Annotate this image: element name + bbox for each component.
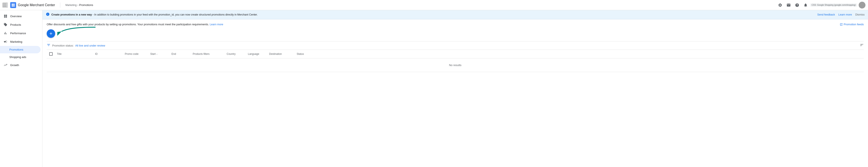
svg-rect-0 [12, 4, 13, 5]
notifications-button[interactable] [802, 1, 809, 9]
bar-chart-icon [3, 31, 8, 35]
promotion-feeds-link[interactable]: Promotion feeds [840, 23, 864, 26]
settings-icon [778, 3, 782, 7]
sidebar-item-marketing-label: Marketing [10, 40, 22, 43]
table-header-row: Title ID Promo code Start ↓ End [47, 50, 864, 58]
sidebar: Overview Products Performance [0, 10, 42, 167]
banner-body: - In addition to building promotions in … [93, 13, 258, 16]
header-language-label: Language [248, 53, 259, 55]
breadcrumb: Marketing › Promotions [65, 3, 93, 7]
header-start[interactable]: Start ↓ [149, 51, 170, 57]
sidebar-item-promotions-label: Promotions [9, 48, 23, 51]
header-country-label: Country [227, 53, 236, 55]
svg-rect-1 [13, 4, 14, 5]
info-banner: Create promotions in a new way - In addi… [42, 10, 868, 19]
header-title-label: Title [57, 53, 62, 55]
filter-label: Promotion status: All live and under rev… [52, 44, 105, 47]
mail-icon [786, 3, 791, 7]
add-promotion-button[interactable]: + [47, 29, 55, 38]
send-feedback-link[interactable]: Send feedback [817, 13, 835, 16]
trending-up-icon [3, 63, 8, 67]
header-start-label: Start [150, 53, 156, 55]
hamburger-menu-button[interactable] [3, 3, 8, 8]
header-destination-label: Destination [269, 53, 282, 55]
breadcrumb-current: Promotions [79, 3, 93, 7]
tag-icon [3, 23, 8, 27]
sidebar-item-shopping-ads[interactable]: Shopping ads [0, 53, 40, 61]
filter-icon[interactable] [47, 43, 51, 48]
header-end: End [170, 51, 191, 57]
logo-area: Google Merchant Center [10, 2, 55, 8]
sort-icon: ↓ [156, 53, 157, 55]
dismiss-button[interactable]: Dismiss [855, 13, 865, 16]
header-divider [60, 3, 60, 8]
grid-icon [3, 14, 8, 18]
filter-options-button[interactable] [860, 43, 864, 48]
header-products-filters: Products filters [191, 51, 225, 57]
css-badge: CSS: Google Shopping (google.com/shoppin… [810, 3, 857, 7]
mail-button[interactable] [785, 1, 793, 9]
banner-title: Create promotions in a new way [51, 13, 92, 16]
svg-rect-2 [12, 5, 13, 6]
settings-button[interactable] [776, 1, 784, 9]
external-link-icon [840, 23, 843, 26]
app-logo [10, 2, 16, 8]
filter-row: Promotion status: All live and under rev… [47, 41, 864, 50]
header-id-label: ID [95, 53, 98, 55]
main-layout: Overview Products Performance [0, 10, 868, 167]
offer-learn-more-link[interactable]: Learn more [210, 23, 223, 26]
banner-actions: Send feedback Learn more Dismiss [817, 13, 865, 16]
header-checkbox-cell [47, 51, 55, 57]
no-results-text: No results [449, 63, 462, 67]
header-status-label: Status [297, 53, 304, 55]
promotions-table: Title ID Promo code Start ↓ End [47, 50, 864, 72]
info-icon [46, 12, 50, 17]
app-title: Google Merchant Center [18, 3, 55, 7]
breadcrumb-parent[interactable]: Marketing [65, 4, 76, 7]
page-body: Offer discounts and free gifts with your… [42, 19, 868, 76]
header-products-filters-label: Products filters [193, 53, 210, 55]
logo-icon [11, 3, 15, 7]
user-avatar[interactable] [859, 2, 865, 8]
sidebar-item-promotions[interactable]: Promotions [0, 46, 40, 53]
sidebar-item-overview[interactable]: Overview [0, 12, 40, 20]
sidebar-item-growth[interactable]: Growth [0, 61, 40, 69]
filter-value[interactable]: All live and under review [75, 44, 105, 47]
sidebar-item-products[interactable]: Products [0, 20, 40, 29]
sidebar-item-performance-label: Performance [10, 32, 26, 35]
header-left: Google Merchant Center Marketing › Promo… [3, 2, 93, 8]
select-all-checkbox[interactable] [49, 52, 53, 56]
header-language: Language [246, 51, 268, 57]
offer-description: Offer discounts and free gifts with your… [47, 23, 223, 26]
svg-rect-3 [13, 5, 14, 6]
sidebar-item-products-label: Products [10, 23, 21, 26]
offer-text-body: Offer discounts and free gifts with your… [47, 23, 209, 26]
sidebar-item-growth-label: Growth [10, 63, 19, 67]
add-icon: + [50, 31, 53, 36]
main-content: Create promotions in a new way - In addi… [42, 10, 868, 167]
help-button[interactable] [793, 1, 801, 9]
header-destination: Destination [268, 51, 295, 57]
learn-more-link-banner[interactable]: Learn more [838, 13, 852, 16]
offer-row: Offer discounts and free gifts with your… [47, 23, 864, 26]
sidebar-item-shopping-ads-label: Shopping ads [9, 55, 26, 59]
no-results-row: No results [47, 58, 864, 72]
filter-label-text: Promotion status: [52, 44, 74, 47]
app-header: Google Merchant Center Marketing › Promo… [0, 0, 868, 10]
add-button-container: + [47, 29, 864, 38]
header-end-label: End [172, 53, 176, 55]
promotion-feeds-label: Promotion feeds [844, 23, 864, 26]
header-status: Status [295, 51, 316, 57]
sidebar-item-performance[interactable]: Performance [0, 29, 40, 37]
header-id: ID [93, 51, 123, 57]
help-icon [795, 3, 799, 7]
header-right: CSS: Google Shopping (google.com/shoppin… [776, 1, 865, 9]
chevron-right-icon: › [78, 4, 78, 7]
sidebar-item-overview-label: Overview [10, 15, 22, 18]
header-promo-code: Promo code [123, 51, 149, 57]
header-title: Title [55, 51, 93, 57]
megaphone-icon [3, 39, 8, 44]
header-country: Country [225, 51, 246, 57]
banner-text: Create promotions in a new way - In addi… [51, 13, 815, 16]
sidebar-item-marketing[interactable]: Marketing [0, 37, 40, 46]
